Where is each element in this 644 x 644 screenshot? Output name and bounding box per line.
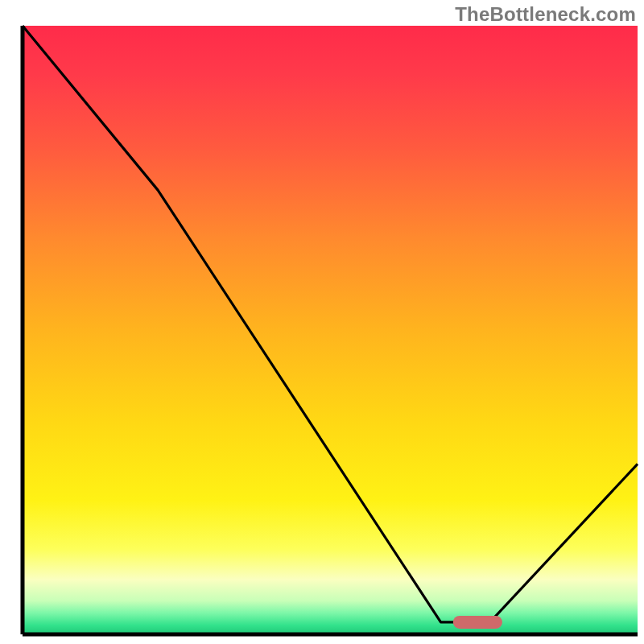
watermark-label: TheBottleneck.com bbox=[455, 3, 636, 26]
bottleneck-chart bbox=[0, 0, 644, 644]
optimum-marker bbox=[453, 616, 502, 629]
gradient-background bbox=[23, 26, 638, 634]
chart-container: TheBottleneck.com bbox=[0, 0, 644, 644]
